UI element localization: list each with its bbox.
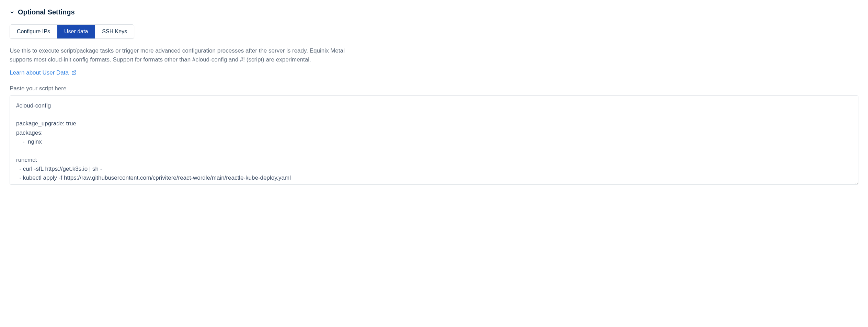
tab-user-data[interactable]: User data: [57, 25, 95, 38]
chevron-down-icon: [10, 10, 14, 15]
script-field-label: Paste your script here: [10, 85, 858, 92]
tab-configure-ips[interactable]: Configure IPs: [10, 25, 57, 38]
userdata-description: Use this to execute script/package tasks…: [10, 46, 353, 65]
section-title: Optional Settings: [18, 8, 75, 16]
userdata-script-input[interactable]: [10, 95, 858, 185]
learn-about-userdata-link[interactable]: Learn about User Data: [10, 69, 77, 76]
svg-line-0: [73, 71, 76, 73]
tabs-container: Configure IPs User data SSH Keys: [10, 24, 134, 39]
learn-link-label: Learn about User Data: [10, 69, 69, 76]
section-header[interactable]: Optional Settings: [10, 8, 858, 16]
tab-ssh-keys[interactable]: SSH Keys: [95, 25, 134, 38]
external-link-icon: [71, 70, 77, 75]
